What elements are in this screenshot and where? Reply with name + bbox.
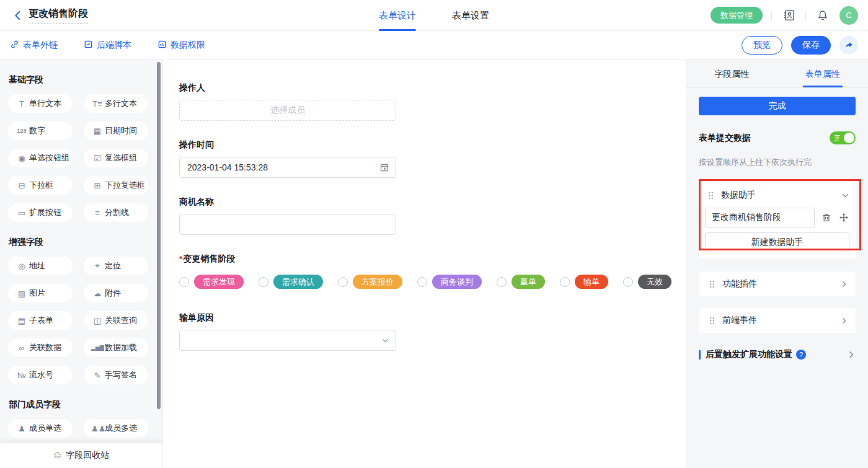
field-recycle-bin[interactable]: ♲ 字段回收站 — [0, 443, 162, 468]
field-type-signature[interactable]: ✎手写签名 — [84, 366, 148, 384]
chevron-right-icon — [847, 350, 856, 359]
cloud-upload-icon: ☁ — [91, 289, 104, 298]
field-type-radio-group[interactable]: ◉单选按钮组 — [8, 149, 73, 167]
calendar-icon: ▦ — [91, 126, 104, 136]
tab-form-properties[interactable]: 表单属性 — [777, 60, 868, 87]
complete-button[interactable]: 完成 — [699, 97, 856, 115]
field-type-attachment[interactable]: ☁附件 — [84, 284, 148, 302]
target-icon: ⌖ — [91, 261, 104, 271]
sidebar-scrollbar[interactable] — [157, 62, 161, 409]
radio-icon: ◉ — [16, 154, 28, 163]
tab-form-settings[interactable]: 表单设置 — [452, 0, 489, 31]
radio-button[interactable] — [623, 277, 633, 287]
field-type-single-line-text[interactable]: T单行文本 — [8, 94, 73, 113]
member-picker[interactable]: 选择成员 — [179, 100, 396, 121]
field-type-divider[interactable]: ≡分割线 — [84, 203, 148, 222]
field-type-serial-number[interactable]: №流水号 — [8, 366, 73, 384]
field-type-image[interactable]: ▨图片 — [8, 284, 73, 302]
field-type-locate[interactable]: ⌖定位 — [84, 257, 148, 275]
toggle-knob — [844, 133, 854, 143]
field-type-member-multi[interactable]: ♟♟成员多选 — [84, 419, 148, 438]
group-title-members: 部门成员字段 — [9, 399, 154, 410]
tab-field-properties[interactable]: 字段属性 — [686, 60, 777, 87]
recycle-icon: ♲ — [53, 450, 61, 461]
field-type-checkbox-group[interactable]: ☑复选框组 — [84, 149, 148, 167]
secondary-toolbar: 表单外链 后端脚本 数据权限 预览 保存 — [0, 31, 868, 60]
submit-data-toggle[interactable]: 开 — [830, 131, 856, 144]
data-permission-link[interactable]: 数据权限 — [157, 40, 205, 51]
text-input[interactable] — [179, 214, 396, 235]
data-manage-button[interactable]: 数据管理 — [711, 7, 763, 24]
form-canvas[interactable]: 操作人 选择成员 操作时间 2023-01-04 15:53:28 商机名称 * — [162, 60, 686, 468]
share-button[interactable] — [839, 36, 858, 55]
backend-script-link[interactable]: 后端脚本 — [84, 40, 131, 51]
accent-bar — [699, 350, 701, 360]
move-icon[interactable] — [838, 212, 849, 223]
stage-option-won[interactable]: 赢单 — [497, 275, 545, 289]
field-type-extend-button[interactable]: ▭扩展按钮 — [8, 203, 73, 222]
field-type-number[interactable]: 123数字 — [8, 121, 73, 140]
field-type-subform[interactable]: ▤子表单 — [8, 311, 73, 330]
radio-button[interactable] — [417, 277, 427, 287]
back-icon[interactable] — [10, 7, 26, 24]
radio-button[interactable] — [259, 277, 268, 287]
field-type-datetime[interactable]: ▦日期时间 — [84, 121, 148, 140]
new-assistant-button[interactable]: 新建数据助手 — [705, 232, 849, 252]
stage-option-discover[interactable]: 需求发现 — [179, 275, 244, 289]
field-operator[interactable]: 操作人 选择成员 — [179, 82, 396, 121]
drag-handle-icon[interactable] — [706, 315, 717, 326]
bar-chart-icon: ▂▅▇ — [91, 345, 104, 351]
datetime-input[interactable]: 2023-01-04 15:53:28 — [179, 157, 396, 178]
stage-option-confirm[interactable]: 需求确认 — [259, 275, 323, 289]
field-type-data-load[interactable]: ▂▅▇数据加载 — [84, 338, 148, 357]
field-type-dropdown-multi[interactable]: ⊞下拉复选框 — [84, 176, 148, 195]
stage-option-invalid[interactable]: 无效 — [623, 275, 671, 289]
field-opportunity-name[interactable]: 商机名称 — [179, 196, 396, 235]
form-external-link[interactable]: 表单外链 — [10, 40, 58, 51]
field-type-related-data[interactable]: ∞关联数据 — [8, 338, 73, 357]
post-trigger-settings[interactable]: 后置触发扩展功能设置 ? — [699, 349, 856, 360]
stage-option-negotiate[interactable]: 商务谈判 — [417, 275, 482, 289]
chevron-down-icon[interactable] — [841, 192, 849, 200]
notification-bell-icon[interactable] — [815, 7, 831, 24]
data-assistant-card: 数据助手 更改商机销售阶段 — [699, 182, 856, 258]
field-type-address[interactable]: ◎地址 — [8, 257, 73, 275]
properties-panel: 字段属性 表单属性 完成 表单提交数据 开 按设置顺序从上往下依次执行完 — [686, 60, 868, 468]
drag-handle-icon[interactable] — [706, 278, 717, 289]
stage-option-lost[interactable]: 输单 — [560, 275, 608, 289]
field-operate-time[interactable]: 操作时间 2023-01-04 15:53:28 — [179, 139, 396, 178]
drag-handle-icon[interactable] — [705, 190, 716, 201]
header-tabs: 表单设计 表单设置 — [379, 0, 489, 31]
field-type-dropdown[interactable]: ⊟下拉框 — [8, 176, 73, 195]
help-icon[interactable]: ? — [796, 350, 806, 360]
radio-button[interactable] — [560, 277, 570, 287]
subform-icon: ▤ — [16, 316, 28, 325]
radio-button[interactable] — [497, 277, 507, 287]
serial-number-icon: № — [16, 371, 28, 380]
field-sales-stage[interactable]: * 变更销售阶段 需求发现 需求确认 方案报价 商务谈判 赢单 — [179, 254, 686, 289]
field-type-multi-line-text[interactable]: T≡多行文本 — [84, 94, 148, 113]
radio-button[interactable] — [338, 277, 348, 287]
group-title-enhanced: 增强字段 — [9, 237, 154, 248]
stage-option-quote[interactable]: 方案报价 — [338, 275, 402, 289]
field-type-member-single[interactable]: ♟成员单选 — [8, 419, 73, 438]
chevron-right-icon — [840, 317, 848, 325]
trash-icon[interactable] — [821, 212, 832, 223]
image-icon: ▨ — [16, 289, 28, 298]
frontend-event-card[interactable]: 前端事件 — [699, 308, 856, 333]
tab-form-design[interactable]: 表单设计 — [379, 0, 416, 31]
preview-button[interactable]: 预览 — [742, 36, 782, 55]
field-label: 操作人 — [179, 82, 396, 94]
dropdown-multi-icon: ⊞ — [91, 181, 104, 190]
contacts-book-icon[interactable] — [781, 7, 797, 24]
radio-button[interactable] — [179, 277, 189, 287]
divider — [771, 11, 772, 20]
field-type-related-query[interactable]: ◫关联查询 — [84, 311, 148, 330]
page-title[interactable]: 更改销售阶段 — [29, 7, 88, 24]
plugin-card[interactable]: 功能插件 — [699, 272, 856, 296]
avatar[interactable]: C — [839, 6, 858, 25]
lost-reason-select[interactable] — [179, 330, 396, 351]
field-lost-reason[interactable]: 输单原因 — [179, 312, 396, 351]
assistant-name-input[interactable]: 更改商机销售阶段 — [705, 208, 815, 227]
save-button[interactable]: 保存 — [791, 36, 831, 55]
